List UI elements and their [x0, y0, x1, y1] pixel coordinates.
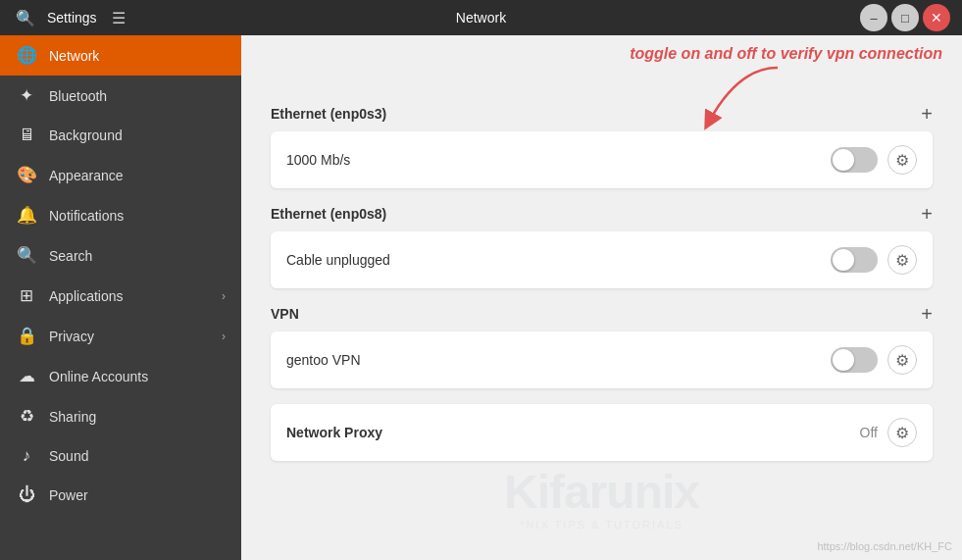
sidebar-item-privacy[interactable]: 🔒Privacy›: [0, 316, 241, 356]
sidebar-item-sharing[interactable]: ♻Sharing: [0, 396, 241, 436]
sidebar-label-bluetooth: Bluetooth: [49, 88, 107, 104]
watermark-subtitle: *NIX TIPS & TUTORIALS: [504, 519, 699, 531]
toggle-knob-vpn: [833, 349, 854, 371]
sidebar-label-applications: Applications: [49, 288, 124, 304]
add-button-vpn[interactable]: +: [921, 304, 933, 324]
sidebar-label-background: Background: [49, 127, 123, 143]
card-ethernet2: Cable unplugged⚙: [271, 231, 933, 288]
toggle-ethernet1[interactable]: [831, 147, 878, 173]
card-proxy: Network ProxyOff⚙: [271, 404, 933, 461]
maximize-button[interactable]: □: [891, 4, 919, 31]
sidebar-label-sound: Sound: [49, 448, 88, 464]
sidebar-item-power[interactable]: ⏻Power: [0, 476, 241, 515]
sidebar-item-search[interactable]: 🔍Search: [0, 235, 241, 276]
sidebar-label-online-accounts: Online Accounts: [49, 369, 148, 384]
card-label-ethernet1: 1000 Mb/s: [286, 152, 831, 168]
titlebar-window-title: Network: [456, 10, 506, 25]
sidebar-icon-applications: ⊞: [16, 285, 37, 306]
search-icon: 🔍: [16, 9, 35, 27]
sidebar-item-network[interactable]: 🌐Network: [0, 35, 241, 76]
titlebar-left: 🔍 Settings ☰: [12, 4, 132, 31]
card-row-vpn: gentoo VPN⚙: [271, 331, 933, 388]
close-icon: ✕: [931, 10, 942, 25]
section-header-vpn: VPN+: [271, 304, 933, 324]
sidebar-item-appearance[interactable]: 🎨Appearance: [0, 155, 241, 195]
sidebar-label-privacy: Privacy: [49, 329, 94, 344]
sidebar-icon-online-accounts: ☁: [16, 366, 37, 386]
card-row-ethernet1: 1000 Mb/s⚙: [271, 131, 933, 188]
sidebar-icon-notifications: 🔔: [16, 205, 37, 226]
sidebar-icon-sharing: ♻: [16, 406, 37, 427]
add-button-ethernet1[interactable]: +: [921, 104, 933, 124]
gear-button-ethernet2[interactable]: ⚙: [887, 245, 917, 275]
watermark-logo: Kifarunix: [504, 465, 699, 519]
gear-button-vpn[interactable]: ⚙: [887, 345, 917, 375]
chevron-icon-privacy: ›: [222, 330, 226, 343]
sidebar-item-applications[interactable]: ⊞Applications›: [0, 276, 241, 316]
sidebar-icon-privacy: 🔒: [16, 326, 37, 346]
minimize-button[interactable]: –: [860, 4, 887, 31]
section-header-ethernet2: Ethernet (enp0s8)+: [271, 204, 933, 224]
sidebar-icon-appearance: 🎨: [16, 165, 37, 185]
titlebar-menu-button[interactable]: ☰: [105, 4, 132, 31]
card-vpn: gentoo VPN⚙: [271, 331, 933, 388]
sidebar-icon-background: 🖥: [16, 126, 37, 145]
sidebar-icon-power: ⏻: [16, 485, 37, 505]
sidebar-label-power: Power: [49, 487, 88, 503]
section-title-ethernet2: Ethernet (enp0s8): [271, 206, 386, 222]
toggle-knob-ethernet2: [833, 249, 854, 271]
titlebar-controls: – □ ✕: [860, 4, 950, 31]
add-button-ethernet2[interactable]: +: [921, 204, 933, 224]
section-header-ethernet1: Ethernet (enp0s3)+: [271, 104, 933, 124]
titlebar-app-title: Settings: [47, 10, 97, 25]
gear-button-ethernet1[interactable]: ⚙: [887, 145, 917, 175]
sidebar-item-online-accounts[interactable]: ☁Online Accounts: [0, 356, 241, 396]
card-row-proxy: Network ProxyOff⚙: [271, 404, 933, 461]
sidebar-label-sharing: Sharing: [49, 409, 96, 425]
sidebar-item-bluetooth[interactable]: ✦Bluetooth: [0, 76, 241, 116]
toggle-knob-ethernet1: [833, 149, 854, 171]
titlebar-search-button[interactable]: 🔍: [12, 4, 39, 31]
sidebar-item-sound[interactable]: ♪Sound: [0, 436, 241, 476]
sidebar-icon-sound: ♪: [16, 446, 37, 466]
card-label-ethernet2: Cable unplugged: [286, 252, 831, 268]
section-title-vpn: VPN: [271, 306, 299, 322]
annotation-text: toggle on and off to verify vpn connecti…: [437, 45, 942, 63]
sidebar-label-network: Network: [49, 48, 99, 64]
toggle-vpn[interactable]: [831, 347, 878, 373]
close-button[interactable]: ✕: [923, 4, 950, 31]
titlebar: 🔍 Settings ☰ Network – □ ✕: [0, 0, 962, 35]
toggle-ethernet2[interactable]: [831, 247, 878, 273]
card-ethernet1: 1000 Mb/s⚙: [271, 131, 933, 188]
watermark: Kifarunix *NIX TIPS & TUTORIALS: [504, 465, 699, 531]
gear-button-proxy[interactable]: ⚙: [887, 418, 917, 447]
url-watermark: https://blog.csdn.net/KH_FC: [817, 540, 952, 552]
sidebar-icon-network: 🌐: [16, 45, 37, 66]
annotation: toggle on and off to verify vpn connecti…: [437, 45, 942, 63]
card-label-proxy: Network Proxy: [286, 425, 860, 440]
sidebar-label-notifications: Notifications: [49, 208, 124, 224]
menu-icon: ☰: [112, 9, 126, 27]
section-title-ethernet1: Ethernet (enp0s3): [271, 106, 386, 122]
sidebar: 🌐Network✦Bluetooth🖥Background🎨Appearance…: [0, 35, 241, 560]
chevron-icon-applications: ›: [222, 289, 226, 303]
card-row-ethernet2: Cable unplugged⚙: [271, 231, 933, 288]
sidebar-label-search: Search: [49, 248, 92, 264]
maximize-icon: □: [901, 11, 909, 25]
main-content: toggle on and off to verify vpn connecti…: [241, 35, 962, 560]
sections-container: Ethernet (enp0s3)+1000 Mb/s⚙Ethernet (en…: [271, 104, 933, 461]
sidebar-icon-search: 🔍: [16, 245, 37, 266]
minimize-icon: –: [870, 11, 877, 25]
card-label-vpn: gentoo VPN: [286, 352, 831, 368]
app-container: 🌐Network✦Bluetooth🖥Background🎨Appearance…: [0, 35, 962, 560]
sidebar-icon-bluetooth: ✦: [16, 85, 37, 106]
sidebar-label-appearance: Appearance: [49, 168, 124, 183]
card-status-proxy: Off: [860, 425, 878, 440]
sidebar-item-notifications[interactable]: 🔔Notifications: [0, 195, 241, 235]
sidebar-item-background[interactable]: 🖥Background: [0, 116, 241, 155]
